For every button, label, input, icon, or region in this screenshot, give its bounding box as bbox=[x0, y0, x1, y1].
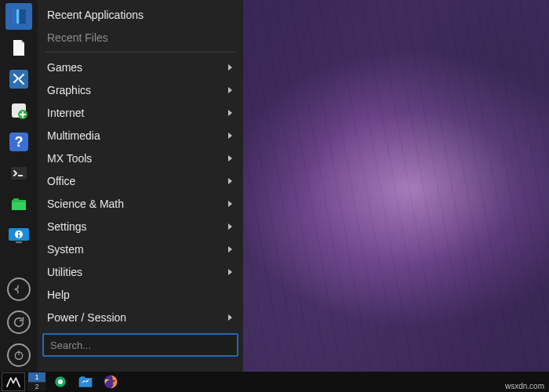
sidebar-item-add-app[interactable] bbox=[5, 97, 32, 124]
shield-icon bbox=[53, 375, 67, 389]
svg-rect-9 bbox=[18, 175, 23, 176]
chevron-right-icon bbox=[228, 201, 232, 207]
restart-button[interactable] bbox=[7, 310, 31, 334]
sidebar-item-files[interactable] bbox=[5, 191, 32, 218]
svg-rect-2 bbox=[20, 9, 26, 24]
menu-item-mxtools[interactable]: MX Tools bbox=[42, 147, 238, 169]
menu-item-office[interactable]: Office bbox=[42, 169, 238, 192]
menu-item-label: Games bbox=[47, 61, 228, 74]
chevron-right-icon bbox=[228, 132, 232, 139]
menu-item-games[interactable]: Games bbox=[42, 56, 238, 78]
sidebar-item-tools[interactable] bbox=[5, 66, 32, 93]
workspace-1[interactable]: 1 bbox=[28, 372, 45, 382]
chevron-right-icon bbox=[228, 269, 232, 275]
menu-item-label: MX Tools bbox=[47, 152, 228, 165]
add-app-icon bbox=[9, 100, 29, 121]
workspace-pager[interactable]: 1 2 bbox=[28, 372, 45, 391]
menu-item-power[interactable]: Power / Session bbox=[42, 306, 238, 328]
shutdown-button[interactable] bbox=[7, 343, 31, 367]
document-icon bbox=[9, 38, 29, 58]
chevron-right-icon bbox=[228, 64, 232, 71]
panel-icon bbox=[9, 6, 29, 27]
svg-rect-15 bbox=[16, 241, 22, 243]
menu-item-settings[interactable]: Settings bbox=[42, 215, 238, 238]
start-menu-button[interactable] bbox=[2, 372, 25, 391]
menu-item-label: Settings bbox=[47, 220, 228, 233]
workspace-2[interactable]: 2 bbox=[28, 382, 45, 392]
menu-item-label: Office bbox=[47, 175, 228, 187]
menu-item-label: Multimedia bbox=[47, 129, 228, 142]
menu-item-label: Science & Math bbox=[47, 198, 228, 210]
sidebar-item-help[interactable]: ? bbox=[5, 129, 32, 155]
firefox-icon bbox=[103, 374, 118, 390]
menu-item-system[interactable]: System bbox=[42, 238, 238, 260]
watermark-text: wsxdn.com bbox=[505, 382, 544, 390]
taskbar-item-firefox[interactable] bbox=[100, 372, 121, 391]
menu-item-label: Power / Session bbox=[47, 311, 228, 324]
svg-rect-8 bbox=[11, 167, 27, 180]
sidebar-item-panel-config[interactable] bbox=[5, 3, 32, 30]
taskbar-item-files[interactable] bbox=[75, 372, 96, 391]
mx-logo-icon bbox=[5, 375, 21, 389]
chevron-right-icon bbox=[228, 155, 232, 162]
menu-item-graphics[interactable]: Graphics bbox=[42, 78, 238, 101]
menu-item-internet[interactable]: Internet bbox=[42, 101, 238, 124]
svg-point-19 bbox=[58, 379, 63, 384]
svg-rect-13 bbox=[18, 232, 20, 234]
help-icon: ? bbox=[9, 132, 29, 152]
chevron-right-icon bbox=[228, 87, 232, 93]
taskbar-item-updater[interactable] bbox=[50, 372, 71, 391]
chevron-right-icon bbox=[228, 223, 232, 230]
power-icon bbox=[13, 350, 24, 361]
menu-item-science[interactable]: Science & Math bbox=[42, 192, 238, 215]
chevron-right-icon bbox=[228, 314, 232, 321]
terminal-icon bbox=[9, 163, 29, 183]
tools-icon bbox=[9, 69, 29, 89]
chevron-right-icon bbox=[228, 110, 232, 116]
menu-item-recent-applications[interactable]: Recent Applications bbox=[42, 3, 238, 26]
favorites-sidebar: ? bbox=[0, 0, 38, 372]
svg-text:?: ? bbox=[15, 134, 24, 150]
menu-item-label: Graphics bbox=[47, 84, 228, 96]
svg-rect-10 bbox=[12, 202, 26, 210]
menu-item-label: Utilities bbox=[47, 266, 228, 278]
taskbar: 1 2 bbox=[0, 372, 549, 392]
svg-rect-17 bbox=[18, 350, 19, 355]
svg-rect-0 bbox=[12, 9, 16, 24]
svg-rect-1 bbox=[16, 9, 19, 24]
menu-item-label: Recent Applications bbox=[47, 9, 232, 21]
application-menu: Recent Applications Recent Files GamesGr… bbox=[38, 0, 243, 372]
menu-item-label: System bbox=[47, 243, 228, 256]
logout-icon bbox=[13, 284, 24, 295]
chevron-right-icon bbox=[228, 178, 232, 184]
menu-item-recent-files: Recent Files bbox=[42, 26, 238, 49]
sidebar-item-terminal[interactable] bbox=[5, 160, 32, 187]
chevron-right-icon bbox=[228, 246, 232, 252]
restart-icon bbox=[13, 316, 25, 328]
menu-item-label: Internet bbox=[47, 107, 228, 119]
files-task-icon bbox=[78, 375, 93, 389]
menu-item-utilities[interactable]: Utilities bbox=[42, 260, 238, 283]
logout-button[interactable] bbox=[7, 278, 31, 301]
folder-icon bbox=[9, 194, 29, 215]
sidebar-item-info[interactable] bbox=[5, 223, 32, 249]
menu-item-multimedia[interactable]: Multimedia bbox=[42, 124, 238, 147]
svg-rect-14 bbox=[18, 234, 20, 238]
menu-search-wrap bbox=[42, 333, 238, 357]
menu-item-help[interactable]: Help bbox=[42, 283, 238, 306]
menu-item-label: Help bbox=[47, 289, 232, 301]
search-input[interactable] bbox=[42, 333, 238, 357]
info-icon bbox=[9, 226, 29, 246]
svg-rect-3 bbox=[9, 70, 28, 89]
menu-separator bbox=[45, 52, 235, 53]
sidebar-item-document[interactable] bbox=[5, 34, 32, 61]
menu-item-label: Recent Files bbox=[47, 31, 232, 44]
